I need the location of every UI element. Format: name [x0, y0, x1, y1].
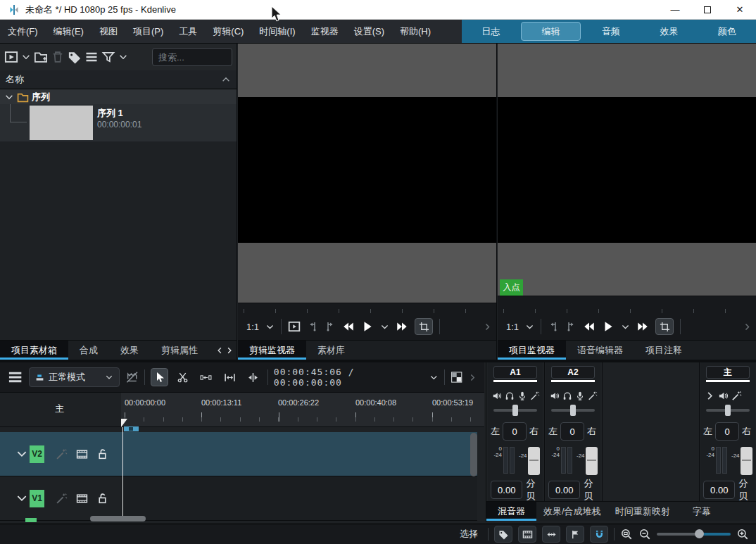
toolbar-overflow-chevron-right-icon[interactable] [483, 322, 492, 331]
menu-help[interactable]: 帮助(H) [392, 20, 439, 43]
mixed-streams-icon[interactable] [451, 371, 462, 384]
forward-icon[interactable] [636, 320, 649, 333]
timeline-menu-icon[interactable] [7, 369, 23, 386]
tab-time-remap[interactable]: 时间重新映射 [608, 502, 677, 521]
snap-toggle-button[interactable] [590, 526, 608, 543]
play-menu-chevron-down-icon[interactable] [621, 322, 630, 331]
sort-chevron-up-icon[interactable] [221, 75, 231, 84]
bin-folder-row[interactable]: 序列 [0, 90, 237, 104]
minimize-button[interactable]: — [659, 0, 691, 19]
zoom-chevron-down-icon[interactable] [525, 322, 534, 331]
track-badge-v2[interactable]: V2 [30, 445, 44, 463]
tab-clip-properties[interactable]: 剪辑属性 [150, 341, 209, 360]
tab-scroll-left-icon[interactable] [215, 346, 224, 355]
menu-edit[interactable]: 编辑(E) [46, 20, 92, 43]
menu-timeline[interactable]: 时间轴(I) [251, 20, 303, 43]
tab-speech-editor[interactable]: 语音编辑器 [566, 341, 634, 360]
zone-in-icon[interactable] [307, 321, 318, 332]
timeline-ruler[interactable]: 00:00:00:00 00:00:13:11 00:00:26:22 00:0… [121, 393, 484, 427]
menu-view[interactable]: 视图 [92, 20, 125, 43]
project-monitor-zoom-level[interactable]: 1:1 [506, 322, 519, 332]
timeline-zone-bar[interactable] [124, 426, 139, 431]
toolbar-overflow-chevron-right-icon[interactable] [468, 373, 477, 382]
selection-tool-button[interactable] [151, 368, 168, 386]
volume-fader[interactable] [528, 447, 540, 475]
close-button[interactable]: ✕ [724, 0, 756, 19]
tab-scroll-right-icon[interactable] [225, 346, 234, 355]
pan-slider[interactable] [493, 409, 537, 412]
play-icon[interactable] [361, 320, 374, 333]
maximize-button[interactable] [691, 0, 724, 19]
resize-tool-button[interactable] [221, 368, 239, 386]
track-effects-icon[interactable] [56, 448, 68, 460]
menu-file[interactable]: 文件(F) [0, 20, 46, 43]
new-folder-icon[interactable] [34, 50, 48, 64]
tab-subtitles[interactable]: 字幕 [677, 502, 726, 521]
zoom-chevron-down-icon[interactable] [265, 322, 275, 331]
track-header-v1[interactable]: V1 [0, 476, 121, 521]
record-mic-icon[interactable] [517, 391, 527, 401]
snap-off-icon[interactable] [125, 370, 139, 384]
zoom-in-icon[interactable] [736, 528, 749, 540]
workspace-tab-editing[interactable]: 编辑 [521, 22, 580, 41]
track-collapse-chevron-down-icon[interactable] [15, 448, 28, 460]
track-header-v2[interactable]: V2 [0, 432, 121, 476]
edit-mode-dropdown[interactable]: 正常模式 [29, 367, 119, 387]
thumbnails-toggle-button[interactable] [518, 526, 536, 543]
timeline-vertical-scrollbar[interactable] [470, 433, 477, 476]
zone-mode-button[interactable] [415, 318, 433, 335]
volume-fader[interactable] [586, 447, 598, 475]
rewind-icon[interactable] [342, 320, 355, 333]
mute-speaker-icon[interactable] [550, 391, 560, 401]
zoom-out-icon[interactable] [638, 528, 651, 540]
clip-monitor-zoom-level[interactable]: 1:1 [246, 322, 259, 332]
effects-wand-icon[interactable] [731, 391, 742, 401]
track-hide-icon[interactable] [76, 448, 88, 460]
workspace-tab-effects[interactable]: 效果 [640, 20, 698, 43]
track-lock-icon[interactable] [96, 448, 108, 460]
tab-mixer[interactable]: 混音器 [486, 502, 536, 521]
tab-clip-monitor[interactable]: 剪辑监视器 [238, 341, 306, 360]
balance-spinbox[interactable]: 0 [715, 422, 739, 441]
zoom-fit-icon[interactable] [620, 528, 633, 540]
track-hide-icon[interactable] [76, 493, 88, 505]
track-collapse-chevron-down-icon[interactable] [15, 492, 28, 505]
tab-project-notes[interactable]: 项目注释 [634, 341, 693, 360]
gain-spinbox[interactable]: 0.00 [703, 481, 735, 499]
pan-slider-handle[interactable] [725, 405, 731, 416]
balance-spinbox[interactable]: 0 [503, 422, 527, 441]
tab-project-monitor[interactable]: 项目监视器 [498, 341, 566, 360]
track-badge-v1[interactable]: V1 [30, 490, 44, 507]
markers-toggle-button[interactable] [566, 526, 584, 543]
filter-chevron-down-icon[interactable] [118, 52, 128, 62]
search-input[interactable] [152, 48, 232, 66]
pan-slider[interactable] [551, 409, 595, 412]
timeline-timecode[interactable]: 00:00:45:06 / 00:00:00:00 [274, 367, 424, 388]
effects-wand-icon[interactable] [530, 391, 540, 401]
audio-thumbnails-toggle-button[interactable] [542, 526, 560, 543]
zoom-slider-handle[interactable] [695, 529, 704, 538]
spacer-tool-button[interactable] [197, 368, 215, 386]
pan-slider-handle[interactable] [570, 405, 576, 416]
bin-clip-row[interactable]: 序列 1 00:00:00:01 [0, 104, 237, 141]
rewind-icon[interactable] [583, 320, 596, 333]
monitor-overlay-icon[interactable] [288, 320, 301, 333]
timeline-horizontal-scrollbar[interactable] [90, 516, 146, 521]
bin-name-column-header[interactable]: 名称 [0, 70, 237, 89]
gain-spinbox[interactable]: 0.00 [548, 481, 580, 499]
mute-speaker-icon[interactable] [492, 391, 502, 401]
play-menu-chevron-down-icon[interactable] [380, 322, 389, 331]
zone-mode-button[interactable] [655, 318, 674, 335]
menu-settings[interactable]: 设置(S) [346, 20, 392, 43]
track-effects-icon[interactable] [56, 493, 68, 505]
workspace-tab-logging[interactable]: 日志 [462, 20, 519, 43]
tab-compositions[interactable]: 合成 [68, 341, 109, 360]
collapse-chevron-right-icon[interactable] [705, 391, 715, 401]
balance-spinbox[interactable]: 0 [560, 422, 584, 441]
zone-out-icon[interactable] [325, 321, 336, 332]
add-clip-icon[interactable] [4, 50, 18, 64]
tag-icon[interactable] [68, 50, 82, 64]
master-track-label[interactable]: 主 [55, 403, 64, 415]
record-mic-icon[interactable] [575, 391, 585, 401]
add-clip-menu-chevron-down-icon[interactable] [21, 52, 31, 62]
